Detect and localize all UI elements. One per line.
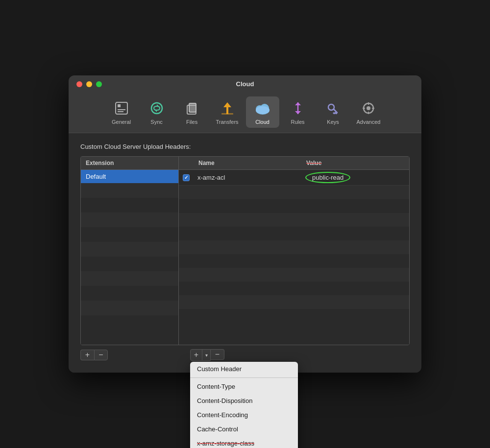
advanced-icon (360, 99, 377, 117)
extension-empty-3 (81, 212, 178, 227)
header-check-0[interactable]: ✓ (179, 174, 194, 181)
sync-label: Sync (150, 119, 162, 125)
header-row-0: ✓ x-amz-acl public-read (179, 170, 409, 186)
extension-empty-2 (81, 198, 178, 212)
rules-label: Rules (291, 119, 304, 125)
add-header-dropdown-button[interactable]: ▾ (202, 350, 210, 360)
remove-extension-button[interactable]: − (94, 350, 108, 360)
dropdown-item-content-encoding[interactable]: Content-Encoding (190, 408, 298, 422)
cloud-icon (254, 99, 271, 117)
extension-empty-1 (81, 183, 178, 198)
toolbar-item-keys[interactable]: Keys (317, 96, 350, 128)
toolbar-item-advanced[interactable]: Advanced (352, 96, 386, 128)
toolbar-item-general[interactable]: General (105, 96, 138, 128)
maximize-button[interactable] (96, 81, 102, 87)
svg-point-13 (256, 106, 270, 114)
svg-point-16 (367, 106, 370, 110)
headers-controls: + ▾ − Custom Header Content-Type Content… (190, 349, 224, 361)
extension-empty-7 (81, 271, 178, 286)
header-empty-10 (179, 309, 409, 338)
header-empty-4 (179, 227, 409, 240)
checkbox-0[interactable]: ✓ (183, 174, 190, 181)
header-name-0: x-amz-acl (194, 172, 301, 183)
window-title: Cloud (236, 80, 254, 88)
svg-rect-20 (372, 108, 374, 109)
tables-container: Extension Default (80, 156, 410, 345)
dropdown-item-content-type[interactable]: Content-Type (190, 379, 298, 394)
toolbar-item-sync[interactable]: Sync (140, 96, 173, 128)
extension-empty-10 (81, 315, 178, 345)
transfers-icon (219, 99, 236, 117)
value-circled-0: public-read (305, 172, 350, 183)
header-empty-6 (179, 254, 409, 268)
dropdown-item-content-disposition[interactable]: Content-Disposition (190, 394, 298, 408)
header-empty-3 (179, 213, 409, 227)
extension-empty-9 (81, 301, 178, 315)
svg-rect-1 (118, 104, 121, 107)
dropdown-item-cache-control[interactable]: Cache-Control (190, 422, 298, 436)
check-col-header (179, 157, 194, 169)
toolbar-item-transfers[interactable]: Transfers (211, 96, 244, 128)
files-icon (183, 99, 201, 117)
header-empty-9 (179, 295, 409, 309)
close-button[interactable] (76, 81, 82, 87)
header-empty-8 (179, 282, 409, 295)
transfers-label: Transfers (216, 119, 239, 125)
general-label: General (112, 119, 131, 125)
section-title: Custom Cloud Server Upload Headers: (80, 143, 410, 150)
extension-item-default[interactable]: Default (81, 170, 178, 183)
main-window: Cloud General (69, 75, 421, 373)
svg-rect-3 (118, 111, 123, 112)
extension-list: Default (81, 170, 178, 345)
files-label: Files (186, 119, 197, 125)
extension-empty-8 (81, 286, 178, 301)
remove-header-button[interactable]: − (211, 349, 224, 360)
general-icon (113, 99, 130, 117)
traffic-lights (76, 81, 102, 87)
extension-panel: Extension Default (81, 157, 179, 345)
extension-empty-6 (81, 257, 178, 271)
add-header-dropdown-menu: Custom Header Content-Type Content-Dispo… (190, 362, 298, 448)
value-col-header: Value (301, 157, 409, 169)
headers-table-header: Name Value (179, 157, 409, 170)
keys-label: Keys (327, 119, 339, 125)
header-empty-7 (179, 268, 409, 282)
extension-controls: + − (80, 350, 108, 360)
toolbar-item-files[interactable]: Files (175, 96, 209, 128)
extension-empty-4 (81, 227, 178, 242)
header-empty-2 (179, 199, 409, 213)
svg-rect-2 (118, 109, 125, 110)
dropdown-item-custom-header[interactable]: Custom Header (190, 362, 298, 376)
cloud-label: Cloud (255, 119, 270, 125)
advanced-label: Advanced (357, 119, 381, 125)
keys-icon (324, 99, 342, 117)
toolbar-item-rules[interactable]: Rules (281, 96, 315, 128)
bottom-controls: + − + ▾ − Custom Header Content-Type Con… (80, 349, 410, 361)
sync-icon (148, 99, 166, 117)
header-value-0: public-read (301, 170, 409, 185)
svg-rect-6 (189, 103, 196, 112)
toolbar-item-cloud[interactable]: Cloud (246, 96, 279, 128)
svg-rect-0 (116, 102, 127, 114)
svg-marker-8 (223, 102, 231, 114)
add-header-button[interactable]: + (191, 350, 202, 360)
dropdown-divider (190, 377, 298, 378)
dropdown-item-storage-class[interactable]: x-amz-storage-class (190, 436, 298, 448)
extension-header: Extension (81, 157, 178, 170)
rules-icon (289, 99, 307, 117)
svg-rect-9 (221, 113, 233, 115)
svg-rect-17 (368, 102, 369, 105)
add-extension-button[interactable]: + (80, 350, 94, 360)
header-empty-1 (179, 186, 409, 199)
name-col-header: Name (194, 157, 301, 169)
minimize-button[interactable] (86, 81, 92, 87)
extension-empty-5 (81, 242, 178, 257)
check-mark: ✓ (184, 175, 188, 180)
titlebar: Cloud General (69, 75, 421, 133)
content-area: Custom Cloud Server Upload Headers: Exte… (69, 133, 421, 373)
headers-panel: Name Value ✓ x-amz-acl public-read (179, 157, 409, 345)
toolbar: General Sync (105, 93, 386, 133)
header-empty-5 (179, 240, 409, 254)
svg-rect-18 (368, 112, 369, 114)
svg-rect-19 (363, 108, 365, 109)
